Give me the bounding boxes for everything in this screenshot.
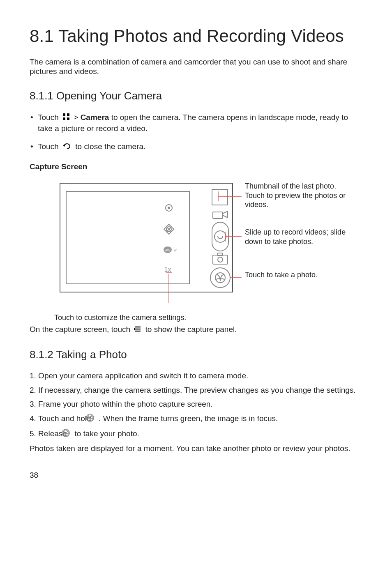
svg-rect-0 [63, 113, 65, 116]
step-2: 2. If necessary, change the camera setti… [30, 385, 362, 396]
subsection-8-1-2: 8.1.2 Taking a Photo [30, 348, 362, 362]
conclusion-paragraph: Photos taken are displayed for a moment.… [30, 444, 362, 453]
bullet1-bold: Camera [81, 113, 109, 122]
svg-point-12 [218, 257, 223, 262]
svg-rect-4 [60, 183, 233, 292]
step5-post: to take your photo. [74, 429, 139, 438]
callout-customize: Touch to customize the camera settings. [54, 313, 362, 322]
svg-point-32 [86, 414, 94, 421]
bullet2-post: to close the camera. [75, 142, 145, 151]
callout-shutter: Touch to take a photo. [245, 270, 356, 280]
bullet2-pre: Touch [38, 142, 59, 151]
svg-rect-3 [67, 117, 69, 120]
bullet1-mid: > [74, 113, 80, 122]
svg-rect-31 [134, 328, 135, 330]
bullet-open-camera: Touch > Camera to open the camera. The c… [30, 112, 362, 134]
bullet-close-camera: Touch to close the camera. [30, 141, 362, 152]
section-heading: 8.1 Taking Photos and Recording Videos [30, 25, 362, 48]
zoom-label: 1x [164, 266, 171, 273]
svg-point-13 [210, 268, 230, 288]
callout-slide: Slide up to record videos; slide down to… [245, 228, 356, 246]
step-3: 3. Frame your photo within the photo cap… [30, 399, 362, 410]
subsection-8-1-1: 8.1.1 Opening Your Camera [30, 89, 362, 103]
svg-rect-10 [213, 255, 228, 264]
step-5: 5. Release to take your photo. [30, 429, 362, 440]
svg-point-15 [168, 207, 170, 209]
callout-thumbnail: Thumbnail of the last photo. Touch to pr… [245, 182, 356, 209]
step-1: 1. Open your camera application and swit… [30, 371, 362, 381]
step-4: 4. Touch and hold . When the frame turns… [30, 414, 362, 425]
back-arrow-icon [62, 142, 71, 152]
page-number: 38 [30, 470, 362, 481]
bullet1-pre: Touch [38, 113, 59, 122]
svg-text:w: w [173, 248, 177, 252]
svg-rect-2 [63, 117, 65, 120]
panel-menu-icon [134, 325, 141, 335]
svg-rect-1 [67, 113, 69, 116]
capture-screen-diagram: AW w 1x Thumbnail of the last photo. Tou… [52, 179, 362, 311]
after-post: to show the capture panel. [145, 325, 237, 334]
svg-rect-6 [212, 189, 228, 205]
after-pre: On the capture screen, touch [30, 325, 132, 334]
apps-grid-icon [62, 113, 70, 123]
aw-label: AW [165, 249, 171, 252]
svg-point-33 [62, 429, 69, 437]
after-diagram-line: On the capture screen, touch to show the… [30, 324, 362, 335]
intro-paragraph: The camera is a combination of camera an… [30, 57, 362, 77]
capture-screen-label: Capture Screen [30, 161, 362, 172]
svg-point-9 [214, 231, 226, 242]
step4-pre: 4. Touch and hold [30, 414, 93, 423]
svg-rect-11 [218, 253, 223, 256]
svg-rect-7 [213, 212, 223, 219]
step4-post: . When the frame turns green, the image … [99, 414, 278, 423]
